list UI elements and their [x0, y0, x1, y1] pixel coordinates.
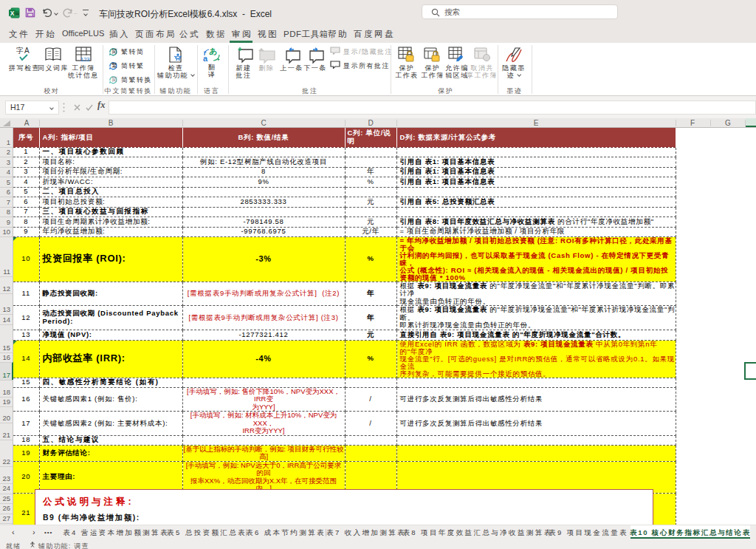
- svg-text:简: 简: [111, 76, 117, 83]
- svg-text:あ: あ: [209, 47, 217, 55]
- svg-text:123: 123: [80, 56, 90, 63]
- svg-text:繁: 繁: [111, 62, 117, 69]
- svg-text:字: 字: [16, 47, 24, 55]
- svg-text:A: A: [24, 47, 30, 55]
- svg-text:X: X: [10, 10, 15, 17]
- svg-text:a: a: [203, 54, 208, 63]
- svg-text:简: 简: [111, 48, 117, 55]
